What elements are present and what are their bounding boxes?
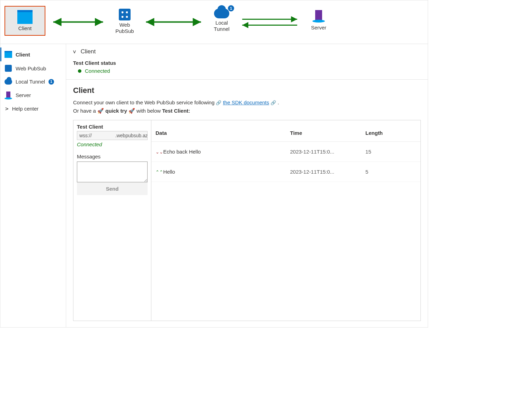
chevron-down-double-icon: ⌄⌄ xyxy=(156,149,162,155)
sidebar-item-label: Local Tunnel xyxy=(16,79,45,85)
pubsub-icon xyxy=(119,9,131,20)
table-row[interactable]: ⌄⌄ Echo back Hello 2023-12-11T15:0... 15 xyxy=(151,142,420,162)
diagram-node-server[interactable]: Server xyxy=(307,10,331,31)
link-icon: 🔗 xyxy=(216,100,221,105)
chevron-down-icon[interactable]: > xyxy=(71,50,78,53)
sidebar-item-label: Web PubSub xyxy=(16,66,46,71)
sidebar: Client Web PubSub Local Tunnel 1 Server … xyxy=(0,44,66,327)
sidebar-item-server[interactable]: Server xyxy=(0,88,66,102)
sidebar-item-client[interactable]: Client xyxy=(0,47,66,61)
row-time: 2023-12-11T15:0... xyxy=(286,162,362,182)
node-label: Local Tunnel xyxy=(208,20,235,32)
col-data: Data xyxy=(151,120,286,142)
diagram-node-localtunnel[interactable]: 1 Local Tunnel xyxy=(208,9,235,32)
status-dot-icon xyxy=(78,69,81,73)
websocket-url-input[interactable]: wss:// .webpubsub.az xyxy=(77,131,148,140)
status-value: Connected xyxy=(85,68,110,74)
node-label: Web PubSub xyxy=(111,22,138,34)
diagram-node-client[interactable]: Client xyxy=(5,6,45,36)
browser-icon xyxy=(5,51,12,58)
cloud-icon xyxy=(5,79,12,85)
message-input[interactable] xyxy=(77,162,148,182)
breadcrumb: Client xyxy=(81,48,96,55)
row-data: Hello xyxy=(163,169,175,175)
page-title: Client xyxy=(73,86,421,95)
server-icon xyxy=(6,92,10,98)
cloud-icon xyxy=(214,9,229,18)
sidebar-item-help[interactable]: > Help center xyxy=(0,102,66,115)
main-content: > Client Test Client status Connected Cl… xyxy=(66,44,428,327)
sdk-documents-link[interactable]: the SDK documents xyxy=(223,99,269,105)
chevron-right-icon: > xyxy=(5,105,9,112)
browser-icon xyxy=(17,10,33,24)
badge-count: 1 xyxy=(228,5,234,11)
row-data: Echo back Hello xyxy=(163,149,201,155)
server-icon xyxy=(315,10,322,21)
sidebar-item-label: Server xyxy=(16,92,31,98)
test-client-status: Connected xyxy=(77,141,148,147)
pubsub-icon xyxy=(5,65,12,72)
row-length: 15 xyxy=(361,142,420,162)
node-label: Server xyxy=(307,25,331,31)
node-label: Client xyxy=(11,25,38,32)
data-table: Data Time Length ⌄⌄ Echo back Hello xyxy=(151,120,420,182)
col-length: Length xyxy=(361,120,420,142)
sidebar-item-label: Help center xyxy=(12,106,39,112)
rocket-icon: 🚀 xyxy=(128,108,135,114)
rocket-icon: 🚀 xyxy=(97,108,104,114)
chevron-up-double-icon: ⌃⌃ xyxy=(156,169,162,175)
data-log-panel: Data Time Length ⌄⌄ Echo back Hello xyxy=(151,120,420,321)
sidebar-item-label: Client xyxy=(16,52,30,58)
col-time: Time xyxy=(286,120,362,142)
link-icon: 🔗 xyxy=(271,100,276,105)
architecture-diagram: Client Web PubSub 1 Local Tunnel Server xyxy=(0,0,428,44)
status-title: Test Client status xyxy=(73,60,421,66)
test-client-panel: Test Client wss:// .webpubsub.az Connect… xyxy=(73,120,151,321)
diagram-node-webpubsub[interactable]: Web PubSub xyxy=(111,9,138,34)
messages-label: Messages xyxy=(77,154,148,159)
table-row[interactable]: ⌃⌃ Hello 2023-12-11T15:0... 5 xyxy=(151,162,420,182)
sidebar-item-localtunnel[interactable]: Local Tunnel 1 xyxy=(0,75,66,88)
send-button[interactable]: Send xyxy=(77,182,148,195)
test-client-title: Test Client xyxy=(77,124,148,130)
badge-count: 1 xyxy=(48,79,54,85)
row-time: 2023-12-11T15:0... xyxy=(286,142,362,162)
sidebar-item-webpubsub[interactable]: Web PubSub xyxy=(0,61,66,75)
section-header: > Client Test Client status Connected xyxy=(66,44,428,80)
row-length: 5 xyxy=(361,162,420,182)
client-description: Connect your own client to the Web PubSu… xyxy=(73,98,421,115)
